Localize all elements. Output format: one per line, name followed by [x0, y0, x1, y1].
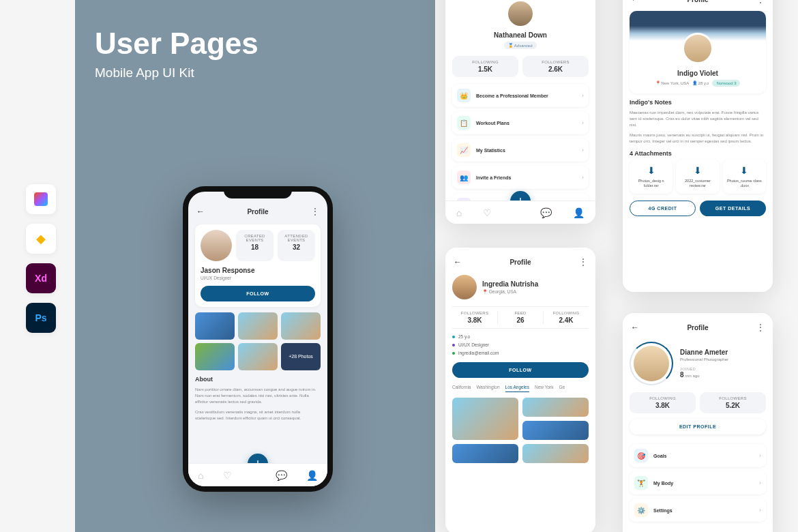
tab-item[interactable]: New York — [535, 385, 553, 392]
progress-ring — [630, 342, 673, 385]
follow-button[interactable]: FOLLOW — [452, 362, 589, 378]
edit-profile-button[interactable]: EDIT PROFILE — [630, 419, 766, 434]
page-title: Profile — [247, 208, 268, 216]
stat-attended: ATTENDED EVENTS 32 — [278, 230, 315, 261]
user-role: Professional Photographer — [680, 357, 728, 361]
joined-value: 8 min ago — [680, 371, 728, 379]
back-icon[interactable]: ← — [631, 323, 639, 332]
page-title: Profile — [509, 258, 531, 266]
card-indigo: ← Profile ⋮ Indigo Violet 📍 New York, US… — [623, 0, 773, 292]
chevron-right-icon: › — [582, 147, 584, 153]
photo-thumb[interactable] — [452, 444, 518, 463]
back-icon[interactable]: ← — [631, 0, 639, 4]
avatar[interactable] — [508, 1, 533, 26]
page-title: Profile — [687, 324, 708, 331]
avatar[interactable] — [682, 33, 713, 64]
menu-item[interactable]: 📋 Workout Plans › — [452, 111, 589, 134]
chevron-right-icon: › — [582, 174, 584, 181]
attachment-item[interactable]: ⬇ Photos_course class .docx — [723, 160, 766, 194]
note-text-2: Mauris mauris justo, venenatis eu suscip… — [630, 132, 766, 145]
photo-thumb[interactable] — [238, 343, 278, 370]
home-icon[interactable]: ⌂ — [198, 470, 203, 481]
more-photos[interactable]: +28 Photos — [281, 343, 321, 370]
menu-item[interactable]: 🏋️ My Body › — [630, 471, 766, 494]
note-text-1: Maecenas non imperdiet diam, nec vulputa… — [630, 110, 766, 128]
menu-item[interactable]: 👑 Become a Professional Member › — [452, 84, 589, 107]
menu-item[interactable]: 👥 Invite a Friends › — [452, 166, 589, 189]
card-nathaneal: Nathaneal Down 🏅 Advanced FOLLOWING1.5K … — [445, 0, 595, 224]
tab-item[interactable]: Ge — [559, 385, 565, 392]
page-title: Profile — [687, 0, 708, 3]
hero-subtitle: Mobile App UI Kit — [95, 65, 258, 80]
photo-thumb[interactable] — [522, 421, 589, 440]
chevron-right-icon: › — [759, 479, 761, 486]
details-button[interactable]: GET DETAILS — [700, 201, 766, 216]
avatar[interactable] — [452, 275, 477, 299]
chat-icon[interactable]: 💬 — [276, 470, 287, 481]
card-ingredia: ← Profile ⋮ Ingredia Nutrisha 📍 Georgia,… — [445, 248, 595, 532]
stat-following: FOLLOWING3.8K — [630, 392, 696, 413]
stat-following: FOLLOWING2.4K — [544, 311, 589, 324]
phone-mockup: ← Profile ⋮ CREATED EVENTS 18 ATTENDED E… — [183, 186, 333, 492]
back-icon[interactable]: ← — [196, 207, 205, 216]
follow-button[interactable]: FOLLOW — [201, 286, 315, 301]
heart-icon[interactable]: ♡ — [483, 207, 492, 218]
bottom-nav: ⌂ ♡ + 💬 👤 — [445, 201, 595, 224]
photo-thumb[interactable] — [452, 398, 518, 440]
menu-item[interactable]: 🎯 Goals › — [630, 444, 766, 467]
attachment-item[interactable]: ⬇ 2022_customer review.rar — [676, 160, 719, 194]
user-name: Nathaneal Down — [452, 31, 589, 39]
attachments-title: 4 Attachments — [630, 150, 766, 157]
user-name: Indigo Violet — [630, 70, 766, 77]
home-icon[interactable]: ⌂ — [456, 207, 462, 218]
tab-item[interactable]: Los Angeles — [505, 385, 529, 392]
detail-row: UI/UX Designer — [452, 342, 589, 347]
xd-icon: Xd — [26, 263, 56, 293]
more-icon[interactable]: ⋮ — [756, 0, 765, 4]
location-tabs: CaliforniaWashingtonLos AngelesNew YorkG… — [452, 385, 589, 392]
stat-followers: FOLLOWERS3.8K — [452, 311, 498, 324]
about-text-1: Nam porttitor ornare diam, accumsan cong… — [195, 387, 321, 405]
photo-thumb[interactable] — [522, 444, 589, 463]
tab-item[interactable]: California — [452, 385, 471, 392]
stat-created: CREATED EVENTS 18 — [236, 230, 274, 261]
folder-download-icon: ⬇ — [632, 165, 670, 176]
chat-icon[interactable]: 💬 — [540, 207, 552, 218]
photo-thumb[interactable] — [522, 398, 589, 417]
about-text-2: Cras vestibulum venenatis magna, sit ame… — [195, 409, 321, 422]
hero-text: User Pages Mobile App UI Kit — [95, 29, 258, 80]
attachment-item[interactable]: ⬇ Photos_desig n folder.rar — [630, 160, 673, 194]
menu-item[interactable]: ⚙️ Settings › — [630, 499, 766, 522]
chevron-right-icon: › — [759, 452, 761, 459]
more-icon[interactable]: ⋮ — [311, 207, 319, 216]
sketch-icon: ◆ — [26, 224, 56, 254]
photo-thumb[interactable] — [281, 312, 321, 340]
photo-thumb[interactable] — [195, 343, 235, 370]
tab-item[interactable]: Washington — [476, 385, 499, 392]
back-icon[interactable]: ← — [454, 257, 462, 267]
figma-icon — [26, 184, 56, 214]
folder-download-icon: ⬇ — [679, 165, 716, 176]
more-icon[interactable]: ⋮ — [579, 257, 587, 267]
chevron-right-icon: › — [582, 92, 584, 99]
photo-thumb[interactable] — [238, 312, 278, 340]
stat-followers: FOLLOWERS5.2K — [700, 392, 766, 413]
user-name: Ingredia Nutrisha — [482, 280, 538, 288]
credit-button[interactable]: 4G CREDIT — [630, 201, 696, 216]
avatar[interactable] — [634, 346, 669, 381]
more-icon[interactable]: ⋮ — [756, 323, 765, 332]
profile-icon[interactable]: 👤 — [306, 470, 318, 481]
profile-icon[interactable]: 👤 — [573, 207, 585, 218]
stat-feed: FEED26 — [498, 311, 544, 324]
about-title: About — [195, 376, 321, 383]
avatar[interactable] — [201, 230, 232, 261]
photo-thumb[interactable] — [195, 312, 235, 340]
detail-row: 25 y.o — [452, 334, 589, 339]
stat-following: FOLLOWING1.5K — [452, 56, 518, 77]
chevron-right-icon: › — [759, 507, 761, 514]
menu-item[interactable]: 📈 My Statistics › — [452, 138, 589, 162]
chevron-right-icon: › — [582, 119, 584, 126]
folder-download-icon: ⬇ — [726, 165, 763, 176]
heart-icon[interactable]: ♡ — [223, 470, 232, 481]
hero-title: User Pages — [95, 29, 258, 59]
